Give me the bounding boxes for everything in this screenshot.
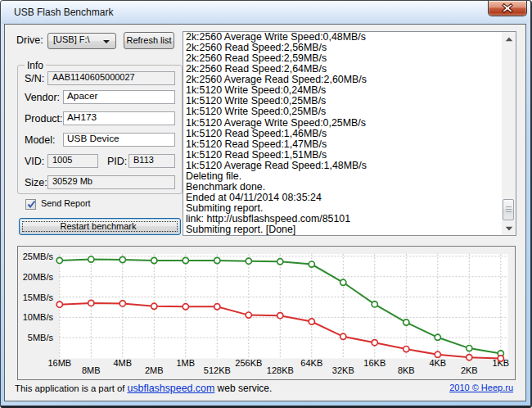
svg-text:8KB: 8KB (398, 365, 415, 375)
svg-text:25MB/s: 25MB/s (23, 251, 54, 261)
svg-text:16MB: 16MB (47, 358, 71, 368)
svg-text:64KB: 64KB (300, 358, 322, 368)
svg-text:512KB: 512KB (204, 365, 231, 375)
svg-text:4KB: 4KB (429, 358, 446, 368)
svg-text:1MB: 1MB (176, 358, 195, 368)
svg-text:256KB: 256KB (235, 358, 262, 368)
svg-text:128KB: 128KB (267, 365, 294, 375)
svg-text:32KB: 32KB (332, 365, 354, 375)
svg-text:2KB: 2KB (461, 365, 478, 375)
svg-text:16KB: 16KB (363, 358, 385, 368)
svg-text:8MB: 8MB (82, 365, 101, 375)
svg-text:5MB/s: 5MB/s (28, 333, 54, 342)
svg-text:15MB/s: 15MB/s (23, 292, 54, 301)
svg-text:10MB/s: 10MB/s (23, 312, 54, 322)
svg-text:20MB/s: 20MB/s (23, 271, 54, 281)
svg-text:2MB: 2MB (145, 365, 164, 375)
svg-text:4MB: 4MB (113, 358, 132, 368)
